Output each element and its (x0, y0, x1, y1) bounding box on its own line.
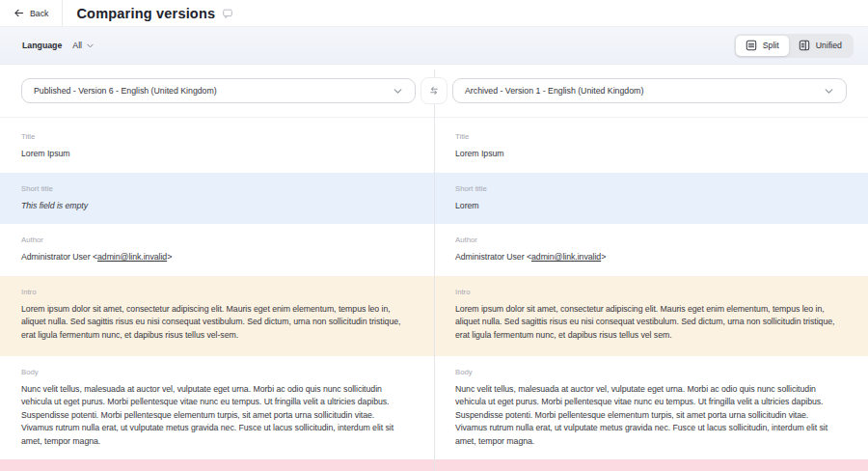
unified-view-button[interactable]: Unified (789, 36, 852, 56)
comparison-content: Published - Version 6 - English (United … (0, 65, 868, 471)
right-version-value: Archived - Version 1 - English (United K… (465, 86, 643, 96)
back-arrow-icon (14, 8, 24, 18)
field-label: Author (455, 236, 839, 244)
language-label: Language (22, 41, 62, 50)
field-value: Administrator User <admin@link.invalid> (21, 251, 405, 264)
toolbar: Language All Split Unified (0, 27, 868, 65)
field-value: Administrator User <admin@link.invalid> (455, 251, 839, 264)
comment-icon (222, 8, 233, 19)
header: Back Comparing versions (0, 0, 868, 27)
field-value: Lorem ipsum dolor sit amet, consectetur … (21, 303, 405, 343)
unified-view-icon (799, 40, 810, 51)
field-value: Lorem Ipsum (21, 148, 405, 161)
view-toggle: Split Unified (734, 34, 854, 58)
author-email-link[interactable]: admin@link.invalid (531, 252, 601, 262)
unified-view-label: Unified (816, 41, 842, 50)
swap-horizontal-icon (428, 85, 440, 97)
field-value: Nunc velit tellus, malesuada at auctor v… (455, 383, 839, 449)
author-email-link[interactable]: admin@link.invalid (97, 252, 167, 262)
field-label: Short title (455, 184, 839, 193)
field-value: Lorem ipsum dolor sit amet, consectetur … (455, 303, 839, 343)
back-button[interactable]: Back (0, 0, 62, 26)
language-select[interactable]: All (72, 41, 95, 50)
language-value: All (72, 41, 82, 50)
left-version-value: Published - Version 6 - English (United … (34, 86, 217, 96)
field-label: Body (21, 368, 405, 376)
field-label: Short title (21, 184, 405, 193)
left-version-dropdown[interactable]: Published - Version 6 - English (United … (21, 78, 416, 103)
right-version-dropdown[interactable]: Archived - Version 1 - English (United K… (452, 78, 847, 103)
field-label: Title (455, 132, 839, 141)
column-divider (434, 69, 435, 471)
chevron-down-icon (393, 86, 403, 97)
header-separator (62, 0, 63, 27)
field-label: Title (21, 132, 405, 141)
split-view-icon (746, 40, 757, 51)
field-value-empty: This field is empty (21, 200, 405, 213)
split-view-label: Split (763, 41, 779, 50)
field-value: Lorem (455, 200, 839, 213)
chevron-down-icon (86, 42, 95, 50)
field-label: Body (455, 368, 839, 376)
chevron-down-icon (824, 86, 834, 97)
swap-versions-button[interactable] (420, 77, 448, 104)
split-view-button[interactable]: Split (736, 36, 789, 56)
field-label: Author (21, 236, 405, 244)
field-value: Lorem Ipsum (455, 148, 839, 161)
field-label: Intro (455, 288, 839, 296)
back-label: Back (30, 9, 48, 18)
field-label: Intro (21, 288, 405, 296)
page-title: Comparing versions (76, 6, 215, 21)
field-value: Nunc velit tellus, malesuada at auctor v… (21, 383, 405, 449)
